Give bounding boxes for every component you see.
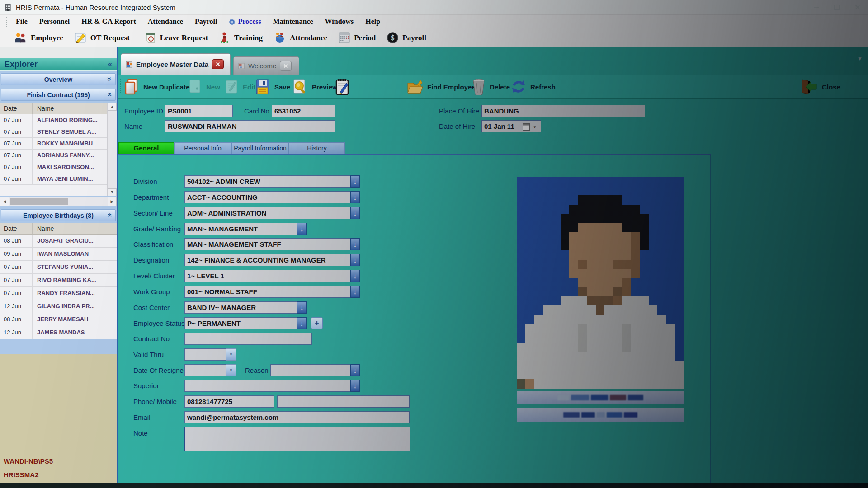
work-group-dropdown-icon[interactable]: ↓ xyxy=(350,286,360,298)
division-dropdown-icon[interactable]: ↓ xyxy=(350,175,360,188)
menu-item-help[interactable]: Help xyxy=(359,16,386,27)
designation-dropdown-icon[interactable]: ↓ xyxy=(350,254,360,266)
new-button[interactable]: New xyxy=(187,77,220,96)
find-employee-button[interactable]: Find Employee xyxy=(406,77,476,96)
tab-close-icon[interactable] xyxy=(212,59,224,69)
place-of-hire-field[interactable]: BANDUNG xyxy=(481,105,645,117)
scroll-down-icon[interactable]: ▼ xyxy=(108,188,117,196)
grade-ranking-dropdown-icon[interactable]: ↓ xyxy=(297,223,307,235)
table-row[interactable]: 07 JunRIVO RAMBING KA... xyxy=(0,274,117,287)
toolbar-training-button[interactable]: Training xyxy=(213,29,268,47)
tab-close-icon[interactable] xyxy=(280,61,292,71)
date-of-resigned-field[interactable] xyxy=(184,364,226,376)
section-line-field[interactable]: ADM~ ADMINISTRATION xyxy=(184,207,350,219)
minimize-button[interactable] xyxy=(806,0,826,14)
division-field[interactable]: 504102~ ADMIN CREW xyxy=(184,175,350,188)
section-birthdays[interactable]: Employee Birthdays (8) » xyxy=(1,209,116,221)
menu-item-process[interactable]: Process xyxy=(223,16,267,27)
note-field[interactable] xyxy=(184,427,410,451)
classification-field[interactable]: MAN~ MANAGEMENT STAFF xyxy=(184,238,350,250)
superior-dropdown-icon[interactable]: ↓ xyxy=(350,380,360,392)
table-row[interactable]: 12 JunGILANG INDRA PR... xyxy=(0,300,117,313)
edit-button[interactable]: Edit xyxy=(224,77,255,96)
section-finish-contract[interactable]: Finish Contract (195) » xyxy=(1,89,116,101)
menu-item-hr-ga-report[interactable]: HR & GA Report xyxy=(75,16,142,27)
reason-field[interactable] xyxy=(270,364,350,376)
menu-item-windows[interactable]: Windows xyxy=(319,16,360,27)
preview-button[interactable]: Preview xyxy=(291,77,338,96)
classification-dropdown-icon[interactable]: ↓ xyxy=(350,238,360,250)
tab-employee-master-data[interactable]: Employee Master Data xyxy=(121,53,231,75)
tab-list-dropdown-icon[interactable]: ▼ xyxy=(857,56,863,62)
card-no-field[interactable]: 6531052 xyxy=(272,105,335,117)
table-row[interactable]: 08 JunJERRY MAMESAH xyxy=(0,313,117,326)
column-header-date[interactable]: Date xyxy=(0,103,33,114)
valid-thru-field[interactable] xyxy=(184,348,226,361)
cost-center-field[interactable]: BAND IV~ MANAGER xyxy=(184,301,297,314)
toolbar-ot-request-button[interactable]: OT Request xyxy=(69,29,135,47)
toolbar-payroll-button[interactable]: $ Payroll xyxy=(381,29,432,47)
table-row[interactable]: 07 JunRANDY FRANSIAN... xyxy=(0,287,117,300)
date-of-hire-field[interactable]: 01 Jan 11 ▼ xyxy=(481,120,541,132)
add-status-button[interactable]: + xyxy=(311,317,323,329)
notes-button[interactable] xyxy=(334,77,350,96)
toolbar-period-button[interactable]: Period xyxy=(333,29,381,47)
menu-item-attendance[interactable]: Attendance xyxy=(142,16,189,27)
menu-item-file[interactable]: File xyxy=(10,16,33,27)
explorer-collapse-icon[interactable]: « xyxy=(108,61,112,68)
phone-field[interactable]: 081281477725 xyxy=(184,395,274,408)
superior-field[interactable] xyxy=(184,380,350,392)
name-field[interactable]: RUSWANDI RAHMAN xyxy=(165,120,335,132)
table-row[interactable]: 07 JunROKKY MANGIMBU... xyxy=(0,138,108,150)
column-header-date[interactable]: Date xyxy=(0,223,33,234)
refresh-button[interactable]: Refresh xyxy=(510,77,556,96)
save-button[interactable]: Save xyxy=(255,77,290,96)
table-row[interactable]: 07 JunMAXI SAROINSON... xyxy=(0,161,108,173)
section-line-dropdown-icon[interactable]: ↓ xyxy=(350,207,360,219)
maximize-button[interactable] xyxy=(826,0,847,14)
department-dropdown-icon[interactable]: ↓ xyxy=(350,191,360,203)
column-header-name[interactable]: Name xyxy=(33,103,117,114)
grade-ranking-field[interactable]: MAN~ MANAGEMENT xyxy=(184,223,297,235)
scroll-left-icon[interactable]: ◀ xyxy=(0,197,9,206)
mobile-field[interactable] xyxy=(277,395,410,408)
date-dropdown-icon[interactable]: ▼ xyxy=(533,125,537,129)
table-row[interactable]: 07 JunALFIANDO RORING... xyxy=(0,114,108,126)
table-row[interactable]: 12 JunJAMES MANDAS xyxy=(0,326,117,339)
work-group-field[interactable]: 001~ NORMAL STAFF xyxy=(184,286,350,298)
employee-status-field[interactable]: P~ PERMANENT xyxy=(184,317,297,329)
table-row[interactable]: 08 JunJOSAFAT GRACIU... xyxy=(0,235,117,248)
valid-thru-dropdown-icon[interactable]: ▼ xyxy=(226,348,236,361)
menu-item-personnel[interactable]: Personnel xyxy=(33,16,76,27)
tab-welcome[interactable]: Welcome xyxy=(233,56,299,75)
new-duplicate-button[interactable]: New Duplicate xyxy=(123,77,190,96)
menu-item-payroll[interactable]: Payroll xyxy=(189,16,223,27)
tab-history[interactable]: History xyxy=(289,142,345,154)
date-of-resigned-dropdown-icon[interactable]: ▼ xyxy=(226,364,236,376)
level-cluster-field[interactable]: 1~ LEVEL 1 xyxy=(184,270,350,282)
column-header-name[interactable]: Name xyxy=(33,223,117,234)
close-form-button[interactable]: Close xyxy=(798,77,840,96)
reason-dropdown-icon[interactable]: ↓ xyxy=(350,364,360,376)
table-row[interactable]: 07 JunADRIANUS FANNY... xyxy=(0,150,108,161)
delete-button[interactable]: Delete xyxy=(472,77,510,96)
tab-personal-info[interactable]: Personal Info xyxy=(174,142,231,154)
vertical-scrollbar[interactable]: ▲ ▼ xyxy=(107,103,117,196)
cost-center-dropdown-icon[interactable]: ↓ xyxy=(297,301,307,314)
section-overview[interactable]: Overview » xyxy=(1,73,116,85)
table-row[interactable]: 07 JunSTEFANUS YUNIA... xyxy=(0,261,117,274)
scroll-up-icon[interactable]: ▲ xyxy=(108,103,117,111)
email-field[interactable]: wandi@permatasystem.com xyxy=(184,411,410,423)
table-row[interactable]: 07 JunMAYA JENI LUMIN... xyxy=(0,173,108,185)
table-row[interactable]: 07 JunSTENLY SEMUEL A... xyxy=(0,126,108,138)
scrollbar-thumb[interactable] xyxy=(10,198,68,205)
designation-field[interactable]: 142~ FINANCE & ACCOUNTING MANAGER xyxy=(184,254,350,266)
scroll-right-icon[interactable]: ▶ xyxy=(108,197,117,206)
tab-general[interactable]: General xyxy=(118,142,174,154)
contract-no-field[interactable] xyxy=(184,333,312,345)
horizontal-scrollbar[interactable]: ◀ ▶ xyxy=(0,197,117,206)
employee-status-dropdown-icon[interactable]: ↓ xyxy=(297,317,307,329)
menu-item-maintenance[interactable]: Maintenance xyxy=(267,16,319,27)
close-window-button[interactable] xyxy=(847,0,868,14)
tab-payroll-information[interactable]: Payroll Information xyxy=(231,142,289,154)
